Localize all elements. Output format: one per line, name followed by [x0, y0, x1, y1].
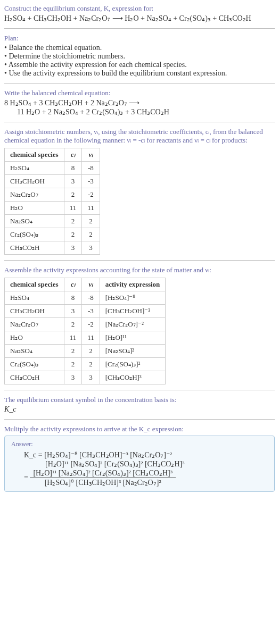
- table-header: νᵢ: [82, 148, 100, 162]
- table-row: Na₂Cr₂O₇2-2[Na₂Cr₂O₇]⁻²: [5, 318, 166, 331]
- table-cell: CH₃CH₂OH: [5, 305, 64, 318]
- table-cell: 3: [64, 371, 82, 384]
- plan-list: Balance the chemical equation. Determine…: [4, 44, 275, 78]
- table-cell: 11: [82, 202, 100, 215]
- answer-expression: K_c = [H₂SO₄]⁻⁸ [CH₃CH₂OH]⁻³ [Na₂Cr₂O₇]⁻…: [11, 450, 268, 487]
- table-cell: H₂SO₄: [5, 162, 64, 175]
- divider: [4, 390, 275, 390]
- plan-item: Assemble the activity expression for eac…: [4, 61, 275, 69]
- table-cell: -2: [82, 188, 100, 202]
- table-header-row: chemical species cᵢ νᵢ: [5, 148, 100, 162]
- table-row: CH₃CO₂H33[CH₃CO₂H]³: [5, 371, 166, 384]
- table-cell: Cr₂(SO₄)₃: [5, 228, 64, 241]
- answer-line2: [H₂O]¹¹ [Na₂SO₄]² [Cr₂(SO₄)₃]² [CH₃CO₂H]…: [24, 460, 184, 468]
- table-cell: Na₂SO₄: [5, 345, 64, 358]
- table-cell: 11: [64, 202, 82, 215]
- table-row: Na₂SO₄22[Na₂SO₄]²: [5, 345, 166, 358]
- table-cell: 3: [64, 241, 82, 255]
- balanced-equation: 8 H₂SO₄ + 3 CH₃CH₂OH + 2 Na₂Cr₂O₇ ⟶ 11 H…: [4, 98, 275, 116]
- table-cell: [H₂SO₄]⁻⁸: [100, 291, 166, 305]
- table-cell: 3: [64, 305, 82, 318]
- table-cell: 2: [82, 358, 100, 371]
- table-header: chemical species: [5, 278, 64, 291]
- plan-item: Determine the stoichiometric numbers.: [4, 52, 275, 61]
- answer-frac-num: [H₂O]¹¹ [Na₂SO₄]² [Cr₂(SO₄)₃]² [CH₃CO₂H]…: [30, 469, 175, 478]
- divider: [4, 28, 275, 29]
- table-cell: H₂SO₄: [5, 291, 64, 305]
- stoich-table: chemical species cᵢ νᵢ H₂SO₄8-8 CH₃CH₂OH…: [4, 148, 100, 255]
- table-cell: -8: [82, 291, 100, 305]
- table-header-text: cᵢ: [71, 150, 75, 158]
- table-cell: 11: [64, 331, 82, 345]
- table-header: cᵢ: [64, 278, 82, 291]
- table-cell: 2: [64, 358, 82, 371]
- table-cell: 2: [82, 215, 100, 228]
- table-cell: [CH₃CO₂H]³: [100, 371, 166, 384]
- answer-label: Answer:: [11, 440, 268, 448]
- table-cell: -3: [82, 175, 100, 188]
- stoich-heading: Assign stoichiometric numbers, νᵢ, using…: [4, 128, 275, 145]
- table-cell: 2: [64, 188, 82, 202]
- table-header-text: νᵢ: [89, 280, 93, 288]
- table-cell: 3: [64, 175, 82, 188]
- balanced-line1: 8 H₂SO₄ + 3 CH₃CH₂OH + 2 Na₂Cr₂O₇ ⟶: [4, 99, 140, 107]
- eqsym-heading: The equilibrium constant symbol in the c…: [4, 396, 275, 404]
- table-cell: [CH₃CH₂OH]⁻³: [100, 305, 166, 318]
- table-row: Cr₂(SO₄)₃22[Cr₂(SO₄)₃]²: [5, 358, 166, 371]
- divider: [4, 83, 275, 83]
- balanced-line2: 11 H₂O + 2 Na₂SO₄ + 2 Cr₂(SO₄)₃ + 3 CH₃C…: [4, 108, 169, 116]
- answer-frac-den: [H₂SO₄]⁸ [CH₃CH₂OH]³ [Na₂Cr₂O₇]²: [30, 478, 175, 487]
- table-cell: H₂O: [5, 202, 64, 215]
- table-row: H₂O1111: [5, 202, 100, 215]
- table-header-text: νᵢ: [89, 150, 93, 158]
- table-cell: H₂O: [5, 331, 64, 345]
- table-row: Na₂SO₄22: [5, 215, 100, 228]
- activity-heading: Assemble the activity expressions accoun…: [4, 266, 275, 274]
- table-header: activity expression: [100, 278, 166, 291]
- table-row: H₂SO₄8-8[H₂SO₄]⁻⁸: [5, 291, 166, 305]
- table-cell: -3: [82, 305, 100, 318]
- table-cell: 2: [64, 228, 82, 241]
- divider: [4, 122, 275, 122]
- balanced-heading: Write the balanced chemical equation:: [4, 89, 275, 97]
- eqsym-text: K_c: [4, 405, 17, 413]
- table-cell: 2: [64, 318, 82, 331]
- table-cell: [Na₂Cr₂O₇]⁻²: [100, 318, 166, 331]
- divider: [4, 260, 275, 261]
- table-row: CH₃CH₂OH3-3: [5, 175, 100, 188]
- table-row: CH₃CH₂OH3-3[CH₃CH₂OH]⁻³: [5, 305, 166, 318]
- table-cell: 2: [82, 228, 100, 241]
- plan-heading: Plan:: [4, 34, 275, 43]
- table-row: Na₂Cr₂O₇2-2: [5, 188, 100, 202]
- table-cell: 2: [64, 215, 82, 228]
- table-row: Cr₂(SO₄)₃22: [5, 228, 100, 241]
- answer-fraction: [H₂O]¹¹ [Na₂SO₄]² [Cr₂(SO₄)₃]² [CH₃CO₂H]…: [30, 469, 175, 487]
- table-cell: Cr₂(SO₄)₃: [5, 358, 64, 371]
- table-cell: [H₂O]¹¹: [100, 331, 166, 345]
- answer-line1: K_c = [H₂SO₄]⁻⁸ [CH₃CH₂OH]⁻³ [Na₂Cr₂O₇]⁻…: [24, 451, 172, 459]
- table-cell: 2: [82, 345, 100, 358]
- table-header-row: chemical species cᵢ νᵢ activity expressi…: [5, 278, 166, 291]
- table-cell: CH₃CH₂OH: [5, 175, 64, 188]
- table-header: cᵢ: [64, 148, 82, 162]
- answer-equals: =: [24, 473, 30, 481]
- multiply-heading: Mulitply the activity expressions to arr…: [4, 425, 275, 433]
- table-cell: 3: [82, 371, 100, 384]
- table-cell: 8: [64, 162, 82, 175]
- unbalanced-equation: H₂SO₄ + CH₃CH₂OH + Na₂Cr₂O₇ ⟶ H₂O + Na₂S…: [4, 14, 275, 23]
- construct-heading: Construct the equilibrium constant, K, e…: [4, 4, 275, 13]
- table-cell: 3: [82, 241, 100, 255]
- table-header-text: cᵢ: [71, 280, 75, 288]
- plan-item: Use the activity expressions to build th…: [4, 69, 275, 78]
- table-cell: 8: [64, 291, 82, 305]
- divider: [4, 419, 275, 420]
- table-header: νᵢ: [82, 278, 100, 291]
- table-row: H₂SO₄8-8: [5, 162, 100, 175]
- table-cell: [Cr₂(SO₄)₃]²: [100, 358, 166, 371]
- table-cell: 11: [82, 331, 100, 345]
- table-cell: Na₂Cr₂O₇: [5, 188, 64, 202]
- table-row: CH₃CO₂H33: [5, 241, 100, 255]
- table-cell: CH₃CO₂H: [5, 241, 64, 255]
- table-cell: Na₂Cr₂O₇: [5, 318, 64, 331]
- activity-table: chemical species cᵢ νᵢ activity expressi…: [4, 278, 166, 384]
